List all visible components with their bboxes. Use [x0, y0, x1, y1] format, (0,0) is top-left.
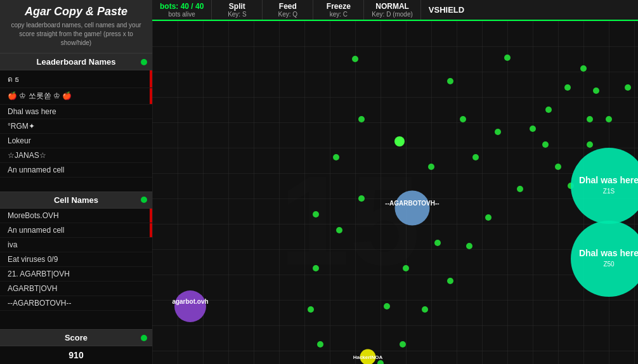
- cell-score: Z50: [603, 261, 615, 268]
- svg-point-5: [174, 290, 206, 322]
- cell-label: Dhal was here: [579, 248, 638, 258]
- app-header: Agar Copy & Paste copy leaderboard names…: [0, 0, 152, 53]
- cell-name-item: 21. AGARBT|OVH: [0, 267, 152, 282]
- food-dot: [625, 84, 631, 91]
- food-dot: [472, 154, 479, 160]
- game-cell: agarbot.ovh: [172, 290, 208, 322]
- game-cell: --AGARBOTOVH--: [385, 191, 439, 226]
- food-dot: [352, 56, 358, 62]
- leaderboard-item: ☆JANAS☆: [0, 148, 152, 163]
- leaderboard-item: °RGM✦: [0, 119, 152, 134]
- food-dot: [545, 107, 552, 113]
- mode-section[interactable]: NORMAL Key: D (mode): [364, 0, 420, 20]
- cell-names-list: MoreBots.OVHAn unnamed cellivaEat viruse…: [0, 209, 152, 330]
- freeze-section[interactable]: Freeze key: C: [313, 0, 364, 20]
- split-key: Key: S: [228, 11, 246, 18]
- game-cell: Dhal was hereZ1S: [571, 148, 638, 224]
- food-dot: [517, 186, 523, 192]
- food-dot: [593, 88, 599, 94]
- leaderboard-item: An unnamed cell: [0, 163, 152, 178]
- feed-label: Feed: [279, 2, 297, 11]
- freeze-label: Freeze: [327, 2, 351, 11]
- food-dot: [434, 240, 441, 246]
- bots-alive-label: bots alive: [169, 11, 195, 18]
- mode-label: NORMAL: [375, 2, 409, 11]
- vshield-label: VSHIELD: [429, 5, 464, 15]
- svg-point-4: [395, 191, 430, 226]
- food-dot: [485, 214, 492, 221]
- feed-key: Key: Q: [278, 11, 298, 18]
- food-dot: [580, 65, 587, 72]
- food-dot: [447, 278, 453, 284]
- top-bar: bots: 40 / 40 bots alive Split Key: S Fe…: [152, 0, 638, 21]
- leaderboard-item: Dhal was here: [0, 105, 152, 119]
- food-dot: [403, 265, 409, 271]
- food-dot: [377, 360, 384, 364]
- game-svg: Dhal was hereZ1SDhal was hereZ50nal was …: [152, 21, 638, 364]
- food-dot: [542, 141, 549, 148]
- food-dot: [555, 164, 561, 170]
- bots-counter: bots: 40 / 40 bots alive: [152, 0, 212, 20]
- bots-count: bots: 40 / 40: [160, 2, 204, 11]
- food-dot: [564, 84, 571, 91]
- cell-score: Z1S: [603, 188, 615, 195]
- food-dot: [384, 303, 390, 309]
- cell-name-item: AGARBT|OVH: [0, 282, 152, 296]
- vshield-section[interactable]: VSHIELD: [421, 0, 472, 20]
- food-dot: [466, 243, 472, 249]
- score-value: 910: [0, 346, 152, 364]
- svg-point-1: [571, 221, 638, 297]
- food-dot: [447, 78, 453, 84]
- cell-label: Dhal was here: [579, 175, 638, 185]
- app-title: Agar Copy & Paste: [8, 5, 145, 18]
- split-section[interactable]: Split Key: S: [212, 0, 263, 20]
- game-cell: Dhal was hereZ50: [571, 221, 638, 297]
- food-dot: [530, 126, 536, 132]
- food-dot: [336, 227, 342, 233]
- food-dot: [428, 164, 434, 170]
- game-canvas: 15 Dhal was hereZ1SDhal was hereZ50nal w…: [152, 21, 638, 364]
- food-dot: [504, 55, 511, 61]
- leaderboard-item: ด ธ: [0, 70, 152, 88]
- cell-label: agarbot.ovh: [172, 298, 208, 305]
- feed-section[interactable]: Feed Key: Q: [263, 0, 313, 20]
- food-dot: [308, 306, 314, 313]
- cell-name-item: Eat viruses 0/9: [0, 252, 152, 267]
- leaderboard-item: 🍎 ♔ 쏘롯쏟 ♔ 🍎: [0, 88, 152, 105]
- food-dot: [317, 341, 323, 348]
- cell-name-item: --AGARBOTOVH--: [0, 296, 152, 311]
- cell-name-item: MoreBots.OVH: [0, 209, 152, 223]
- food-dot: [422, 306, 428, 313]
- score-section-header: Score: [0, 329, 152, 346]
- food-dot: [400, 341, 406, 348]
- mode-key: Key: D (mode): [372, 11, 412, 18]
- app-description: copy leaderboard names, cell names and y…: [8, 21, 145, 48]
- cell-names-section-header: Cell Names: [0, 192, 152, 209]
- leaderboard-list: ด ธ🍎 ♔ 쏘롯쏟 ♔ 🍎Dhal was here°RGM✦Lokeur☆J…: [0, 70, 152, 192]
- cell-label: --AGARBOTOVH--: [385, 200, 439, 207]
- split-label: Split: [229, 2, 245, 11]
- food-dot: [460, 116, 466, 122]
- leaderboard-section-header: Leaderboard Names: [0, 53, 152, 70]
- accent-dot: [394, 136, 405, 146]
- food-dot: [358, 195, 365, 202]
- svg-point-0: [571, 148, 638, 224]
- sidebar: Agar Copy & Paste copy leaderboard names…: [0, 0, 152, 364]
- food-dot: [333, 154, 339, 160]
- food-dot: [587, 141, 593, 148]
- food-dot: [495, 129, 501, 135]
- food-dot: [358, 116, 365, 122]
- cell-name-item: iva: [0, 238, 152, 252]
- score-display: 910: [0, 346, 152, 364]
- food-dot: [313, 211, 319, 218]
- food-dot: [313, 265, 319, 271]
- hacker-cell-label: HackerINOA: [353, 354, 383, 360]
- leaderboard-item: Lokeur: [0, 134, 152, 148]
- cell-name-item: An unnamed cell: [0, 223, 152, 238]
- food-dot: [587, 116, 593, 122]
- food-dot: [606, 116, 612, 122]
- freeze-key: key: C: [330, 11, 348, 18]
